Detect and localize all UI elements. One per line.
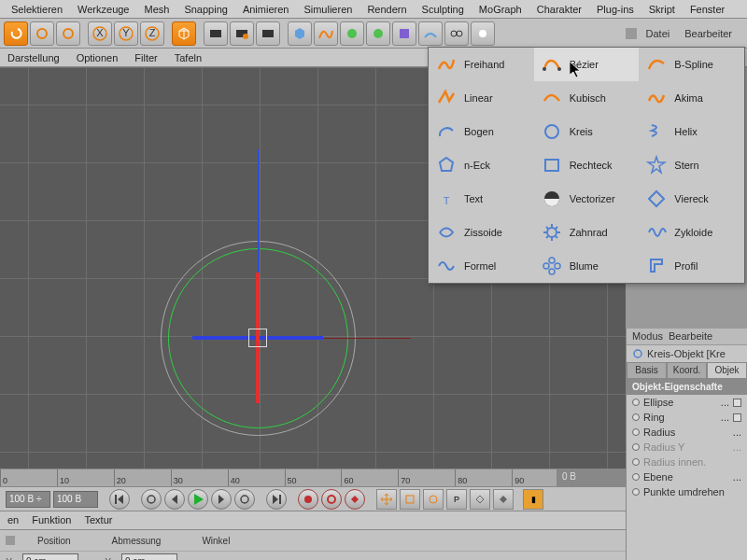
topright-datei[interactable]: Datei	[641, 25, 676, 42]
tab-objekt[interactable]: Objek	[707, 362, 747, 379]
play-button[interactable]	[188, 489, 208, 510]
sub-tafeln[interactable]: Tafeln	[175, 52, 202, 63]
sub-darstellung[interactable]: Darstellung	[7, 52, 60, 63]
menu-charakter[interactable]: Charakter	[529, 1, 589, 18]
umdrehen-radio[interactable]	[632, 488, 640, 496]
menu-mograph[interactable]: MoGraph	[472, 1, 529, 18]
cube-button[interactable]	[172, 21, 196, 46]
camera-button[interactable]	[444, 21, 469, 46]
ellipse-check[interactable]	[733, 399, 741, 407]
move-mode-button[interactable]	[376, 489, 397, 510]
light-button[interactable]	[471, 21, 495, 46]
rp-bearbeiten[interactable]: Bearbeite	[669, 330, 712, 343]
render-region-button[interactable]	[230, 21, 254, 46]
spline-bezier[interactable]: Bézier	[534, 48, 640, 81]
axis-z-button[interactable]: Z	[140, 21, 164, 46]
axis-y-button[interactable]: Y	[114, 21, 138, 46]
gizmo-center[interactable]	[248, 329, 267, 347]
spline-kreis[interactable]: Kreis	[534, 115, 640, 148]
rotate-mode-button[interactable]	[423, 489, 444, 510]
spline-viereck[interactable]: Viereck	[639, 182, 744, 216]
rp-modus[interactable]: Modus	[632, 330, 663, 343]
tab-textur[interactable]: Textur	[84, 514, 112, 526]
menu-animieren[interactable]: Animieren	[235, 1, 297, 18]
spline-vectorizer[interactable]: Vectorizer	[534, 182, 640, 216]
tab-koord[interactable]: Koord.	[667, 362, 707, 379]
prev-key-button[interactable]	[141, 489, 162, 510]
pos-x-input[interactable]	[22, 553, 78, 561]
goto-start-button[interactable]	[109, 489, 130, 510]
menu-sculpting[interactable]: Sculpting	[415, 1, 472, 18]
spline-linear[interactable]: Linear	[429, 81, 534, 115]
spline-neck[interactable]: n-Eck	[429, 148, 534, 182]
menu-simulieren[interactable]: Simulieren	[296, 1, 359, 18]
record-button[interactable]	[298, 489, 318, 510]
frame-range-a[interactable]	[6, 491, 50, 508]
spline-profil[interactable]: Profil	[639, 249, 744, 283]
menu-skript[interactable]: Skript	[641, 1, 683, 18]
menu-fenster[interactable]: Fenster	[683, 1, 732, 18]
ring-radio[interactable]	[632, 413, 640, 421]
spline-button[interactable]	[314, 21, 338, 46]
step-back-button[interactable]	[164, 489, 185, 510]
spline-bogen[interactable]: Bogen	[429, 115, 534, 148]
menu-selektieren[interactable]: Selektieren	[4, 1, 70, 18]
ring-check[interactable]	[733, 413, 741, 422]
menu-rendern[interactable]: Rendern	[359, 1, 414, 18]
autokey-button[interactable]	[321, 489, 342, 510]
deformer-button[interactable]	[392, 21, 416, 46]
scale-mode-button[interactable]	[400, 489, 420, 510]
spline-formel[interactable]: Formel	[429, 249, 534, 283]
undo-button[interactable]	[4, 21, 28, 46]
main-menu[interactable]: Selektieren Werkzeuge Mesh Snapping Anim…	[0, 0, 747, 19]
primitive-button[interactable]	[288, 21, 312, 46]
spline-blume[interactable]: Blume	[534, 249, 640, 283]
ellipse-radio[interactable]	[632, 399, 640, 406]
key-sel-button[interactable]	[470, 489, 490, 510]
key-all-button[interactable]	[493, 489, 514, 510]
spline-akima[interactable]: Akima	[639, 81, 744, 115]
menu-werkzeuge[interactable]: Werkzeuge	[70, 1, 136, 18]
menu-mesh[interactable]: Mesh	[136, 1, 176, 18]
next-key-button[interactable]	[234, 489, 255, 510]
axis-x-button[interactable]: X	[88, 21, 112, 46]
spline-stern[interactable]: Stern	[639, 148, 744, 182]
generator2-button[interactable]	[366, 21, 390, 46]
sub-optionen[interactable]: Optionen	[77, 52, 119, 63]
spline-popup[interactable]: Freihand Bézier B-Spline Linear Kubisch …	[428, 47, 745, 284]
timeline-ruler[interactable]: 0 10 20 30 40 50 60 70 80 90 100	[0, 469, 626, 487]
param-mode-button[interactable]: P	[446, 489, 467, 510]
render-settings-button[interactable]	[256, 21, 280, 46]
bottom-tabs[interactable]: en Funktion Textur	[0, 511, 626, 530]
redo-button[interactable]	[30, 21, 54, 46]
size-x-input[interactable]	[121, 553, 177, 561]
spline-helix[interactable]: Helix	[639, 115, 744, 148]
extra-button[interactable]: ▮	[523, 489, 543, 510]
spline-text[interactable]: TText	[429, 182, 534, 216]
spline-bspline[interactable]: B-Spline	[639, 48, 744, 81]
spline-zykloide[interactable]: Zykloide	[639, 216, 744, 249]
goto-end-button[interactable]	[266, 489, 287, 510]
spline-kubisch[interactable]: Kubisch	[534, 81, 640, 115]
topright-bearbeiten[interactable]: Bearbeiter	[679, 25, 738, 42]
tab-en[interactable]: en	[7, 514, 19, 526]
render-button[interactable]	[204, 21, 228, 46]
redo2-button[interactable]	[56, 21, 80, 46]
spline-zissoide[interactable]: Zissoide	[429, 216, 534, 249]
tab-funktion[interactable]: Funktion	[32, 514, 71, 526]
ebene-radio[interactable]	[632, 473, 640, 481]
tab-basis[interactable]: Basis	[627, 362, 667, 379]
environment-button[interactable]	[418, 21, 443, 46]
keymode-button[interactable]	[345, 489, 365, 510]
spline-rechteck[interactable]: Rechteck	[534, 148, 640, 182]
spline-zahnrad[interactable]: Zahnrad	[534, 216, 640, 249]
menu-snapping[interactable]: Snapping	[176, 1, 235, 18]
radius-radio[interactable]	[632, 428, 640, 436]
menu-plugins[interactable]: Plug-ins	[589, 1, 641, 18]
step-fwd-button[interactable]	[211, 489, 232, 510]
spline-freihand[interactable]: Freihand	[429, 48, 534, 81]
sub-filter[interactable]: Filter	[134, 52, 157, 63]
frame-range-b[interactable]	[53, 491, 98, 508]
ruler-end-field[interactable]: 0 B	[557, 469, 626, 487]
generator-button[interactable]	[340, 21, 364, 46]
